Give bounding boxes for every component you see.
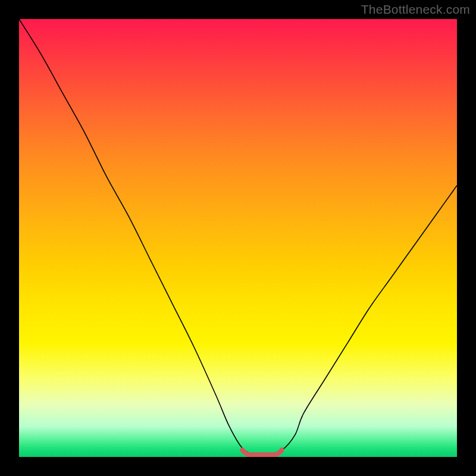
minimum-marker bbox=[242, 450, 281, 455]
plot-area bbox=[19, 19, 457, 457]
watermark-text: TheBottleneck.com bbox=[361, 2, 470, 17]
chart-frame: TheBottleneck.com bbox=[0, 0, 476, 476]
bottleneck-curve bbox=[19, 19, 457, 455]
curve-layer bbox=[19, 19, 457, 457]
